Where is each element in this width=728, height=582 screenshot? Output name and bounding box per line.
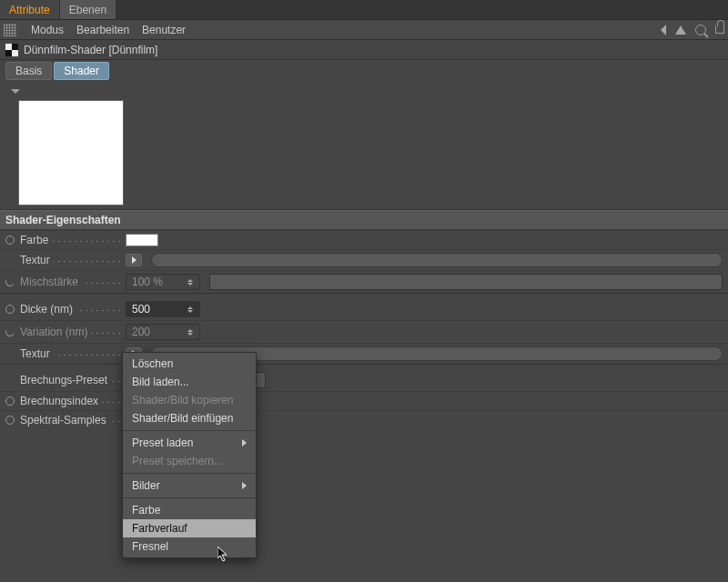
ctx-gradient[interactable]: Farbverlauf [123,519,256,537]
top-tabs: Attribute Ebenen [0,0,728,20]
chevron-right-icon [242,439,247,447]
ctx-copy: Shader/Bild kopieren [123,391,256,409]
row-variation: Variation (nm) 200 [0,320,728,343]
ctx-preset-save: Preset speichern... [123,452,256,470]
search-icon[interactable] [695,25,706,35]
back-icon[interactable] [661,25,666,35]
anim-toggle[interactable] [5,236,15,245]
anim-toggle[interactable] [5,276,16,288]
variation-value: 200 [132,326,150,338]
shader-icon [5,44,18,56]
menu-user[interactable]: Benutzer [142,24,186,36]
subtab-shader[interactable]: Shader [54,62,109,80]
texture1-slot[interactable] [151,253,723,267]
tab-attribute[interactable]: Attribute [0,0,59,19]
anim-toggle[interactable] [5,416,15,425]
tab-layers[interactable]: Ebenen [59,0,116,19]
mixstrength-field[interactable]: 100 % [126,274,200,290]
section-shader-props: Shader-Eigenschaften [0,210,728,230]
label-color: Farbe [20,234,52,246]
mixstrength-value: 100 % [132,276,163,288]
variation-field[interactable]: 200 [126,324,200,340]
object-title: Dünnfilm-Shader [Dünnfilm] [24,44,157,56]
ctx-paste[interactable]: Shader/Bild einfügen [123,409,256,427]
anim-toggle[interactable] [5,326,16,338]
up-icon[interactable] [675,25,686,35]
ctx-load-image[interactable]: Bild laden... [123,373,256,391]
label-spectral-samples: Spektral-Samples [20,414,110,426]
row-refraction-preset: Brechungs-Preset [0,364,728,391]
separator [123,473,256,474]
label-refraction-preset: Brechungs-Preset [20,374,111,386]
menu-edit[interactable]: Bearbeiten [76,24,129,36]
chevron-right-icon [242,482,247,489]
texture-context-menu: Löschen Bild laden... Shader/Bild kopier… [122,352,257,558]
sub-tabs: Basis Shader [0,60,728,82]
label-refraction-index: Brechungsindex [20,395,102,407]
color-swatch[interactable] [126,234,158,246]
row-thickness: Dicke (nm) 500 [0,293,728,320]
texture1-menu-button[interactable] [126,254,142,266]
row-texture1: Textur [0,249,728,270]
shader-preview[interactable] [18,100,124,206]
label-texture2: Textur [20,347,54,360]
disclose-icon[interactable] [11,89,20,94]
subtab-basis[interactable]: Basis [5,62,52,80]
separator [123,430,256,431]
grid-icon[interactable] [4,24,16,36]
label-thickness: Dicke (nm) [20,303,76,316]
caret-right-icon [132,256,136,264]
row-texture2: Textur [0,343,728,364]
lock-icon[interactable] [715,25,724,34]
ctx-delete[interactable]: Löschen [123,355,256,373]
ctx-fresnel[interactable]: Fresnel [123,537,256,556]
menu-mode[interactable]: Modus [31,24,64,36]
label-mixstrength: Mischstärke [20,276,82,288]
anim-toggle[interactable] [5,396,15,406]
object-title-row: Dünnfilm-Shader [Dünnfilm] [0,40,728,60]
properties-panel: Farbe Textur Mischstärke 100 % Dicke (nm… [0,230,728,429]
row-refraction-index: Brechungsindex [0,391,728,410]
row-mixstrength: Mischstärke 100 % [0,270,728,293]
thickness-field[interactable]: 500 [126,301,200,317]
thickness-value: 500 [132,303,150,316]
anim-toggle[interactable] [5,305,15,314]
preview-section [0,82,728,210]
ctx-preset-load[interactable]: Preset laden [123,434,256,452]
label-variation: Variation (nm) [20,326,91,338]
label-texture1: Textur [20,254,54,266]
row-color: Farbe [0,230,728,249]
menu-bar: Modus Bearbeiten Benutzer [0,20,728,40]
separator [123,497,256,498]
row-spectral-samples: Spektral-Samples [0,410,728,429]
ctx-images[interactable]: Bilder [123,477,256,495]
mixstrength-slider[interactable] [209,274,723,290]
ctx-color[interactable]: Farbe [123,501,256,519]
